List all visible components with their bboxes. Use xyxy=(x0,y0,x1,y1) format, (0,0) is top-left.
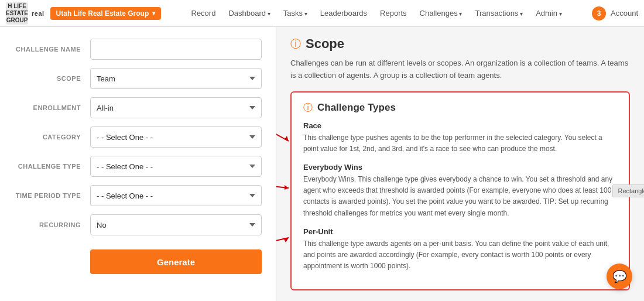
challenge-name-label: CHALLENGE NAME xyxy=(14,46,90,53)
brand-name: real xyxy=(32,10,44,17)
category-select[interactable]: - - Select One - - xyxy=(90,126,262,148)
nav-right: 3 Account xyxy=(592,6,638,20)
ct-info-icon: ⓘ xyxy=(303,102,313,114)
time-period-label: TIME PERIOD TYPE xyxy=(14,192,90,199)
svg-marker-3 xyxy=(285,185,289,190)
scope-group: SCOPE Team Organization Group xyxy=(14,68,262,89)
enrollment-group: ENROLLMENT All-in Opt-in xyxy=(14,97,262,118)
challenge-name-input[interactable] xyxy=(90,39,262,60)
nav-reports[interactable]: Reports xyxy=(374,6,413,20)
scope-label: SCOPE xyxy=(14,75,90,82)
challenge-type-group: CHALLENGE TYPE - - Select One - - xyxy=(14,156,262,177)
ct-race-desc: This challenge type pushes agents to be … xyxy=(303,132,617,155)
challenge-type-label: CHALLENGE TYPE xyxy=(14,163,90,170)
enrollment-select[interactable]: All-in Opt-in xyxy=(90,97,262,118)
nav-leaderboards[interactable]: Leaderboards xyxy=(314,6,373,20)
ct-everybody-wins-desc: Everybody Wins. This challenge type give… xyxy=(303,174,617,219)
time-period-select[interactable]: - - Select One - - xyxy=(90,185,262,206)
scope-info-icon: ⓘ xyxy=(290,37,301,51)
challenge-types-box: ⓘ Challenge Types Race This challenge ty… xyxy=(290,91,630,291)
main-layout: CHALLENGE NAME SCOPE Team Organization G… xyxy=(0,27,644,301)
recurring-label: RECURRING xyxy=(14,221,90,228)
ct-race-title: Race xyxy=(303,121,617,130)
scope-description: Challenges can be run at different level… xyxy=(290,57,630,82)
brand-logo: H LIFEESTATEGROUP xyxy=(6,2,28,25)
nav-links: Record Dashboard Tasks Leaderboards Repo… xyxy=(161,6,592,20)
enrollment-label: ENROLLMENT xyxy=(14,104,90,111)
category-group: CATEGORY - - Select One - - xyxy=(14,126,262,148)
org-selector[interactable]: Utah Life Real Estate Group ▾ xyxy=(50,7,162,20)
svg-marker-5 xyxy=(283,238,289,242)
right-panel: ⓘ Scope Challenges can be run at differe… xyxy=(276,27,644,301)
scope-title: Scope xyxy=(306,36,344,52)
nav-admin[interactable]: Admin xyxy=(530,6,568,20)
ct-header: ⓘ Challenge Types xyxy=(303,102,617,114)
ct-per-unit-title: Per-Unit xyxy=(303,227,617,236)
recurring-group: RECURRING No Yes xyxy=(14,214,262,235)
svg-line-0 xyxy=(276,126,289,141)
generate-button[interactable]: Generate xyxy=(90,249,262,274)
ct-race-section: Race This challenge type pushes agents t… xyxy=(303,121,617,155)
recurring-select[interactable]: No Yes xyxy=(90,214,262,235)
svg-marker-1 xyxy=(285,136,289,141)
brand: H LIFEESTATEGROUP real Utah Life Real Es… xyxy=(6,2,161,25)
ct-title: Challenge Types xyxy=(317,102,396,114)
ct-everybody-wins-section: Everybody Wins Everybody Wins. This chal… xyxy=(303,163,617,219)
account-link[interactable]: Account xyxy=(611,9,638,18)
chevron-down-icon: ▾ xyxy=(152,10,155,16)
nav-record[interactable]: Record xyxy=(186,6,222,20)
ct-per-unit-desc: This challenge type awards agents on a p… xyxy=(303,238,617,272)
scope-header: ⓘ Scope xyxy=(290,36,630,52)
chat-bubble[interactable]: 💬 xyxy=(607,264,632,289)
nav-challenges[interactable]: Challenges xyxy=(414,6,468,20)
ct-per-unit-section: Per-Unit This challenge type awards agen… xyxy=(303,227,617,272)
svg-line-4 xyxy=(276,238,289,244)
time-period-group: TIME PERIOD TYPE - - Select One - - xyxy=(14,185,262,206)
nav-tasks[interactable]: Tasks xyxy=(278,6,313,20)
left-panel: CHALLENGE NAME SCOPE Team Organization G… xyxy=(0,27,276,301)
nav-dashboard[interactable]: Dashboard xyxy=(222,6,276,20)
arrows-overlay xyxy=(276,109,292,285)
category-label: CATEGORY xyxy=(14,134,90,141)
chat-icon: 💬 xyxy=(612,269,627,283)
scope-select[interactable]: Team Organization Group xyxy=(90,68,262,89)
svg-line-2 xyxy=(276,185,289,188)
navbar: H LIFEESTATEGROUP real Utah Life Real Es… xyxy=(0,0,644,27)
ct-everybody-wins-title: Everybody Wins xyxy=(303,163,617,172)
notification-badge[interactable]: 3 xyxy=(592,6,606,20)
challenge-name-group: CHALLENGE NAME xyxy=(14,39,262,60)
challenge-type-select[interactable]: - - Select One - - xyxy=(90,156,262,177)
challenge-types-wrapper: ⓘ Challenge Types Race This challenge ty… xyxy=(290,91,630,291)
nav-transactions[interactable]: Transactions xyxy=(469,6,529,20)
rectangle-button[interactable]: Rectangle xyxy=(612,184,644,197)
